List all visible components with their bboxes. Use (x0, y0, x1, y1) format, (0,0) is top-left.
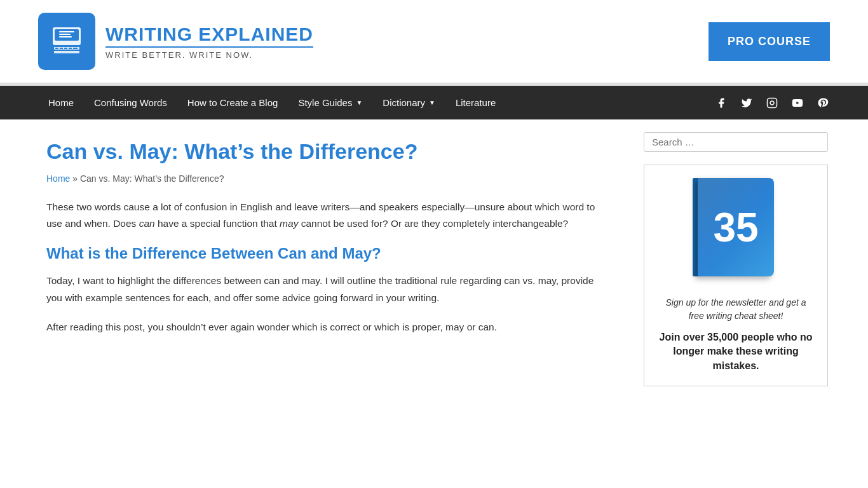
section1-p1: Today, I want to highlight the differenc… (46, 273, 606, 306)
dictionary-arrow: ▼ (429, 99, 435, 106)
svg-rect-12 (768, 98, 777, 107)
main-content: Can vs. May: What’s the Difference? Home… (40, 119, 625, 399)
sidebar: 35 Sign up for the newsletter and get a … (644, 119, 828, 399)
svg-rect-11 (73, 48, 78, 49)
nav-item-confusing-words[interactable]: Confusing Words (84, 86, 177, 119)
nav-item-style-guides[interactable]: Style Guides ▼ (288, 86, 372, 119)
page-wrapper: Can vs. May: What’s the Difference? Home… (21, 119, 847, 399)
svg-rect-4 (59, 36, 72, 37)
breadcrumb-current: Can vs. May: What’s the Difference? (80, 173, 224, 184)
breadcrumb-home-link[interactable]: Home (46, 173, 70, 184)
style-guides-arrow: ▼ (356, 99, 362, 106)
pro-course-button[interactable]: PRO COURSE (709, 22, 830, 61)
search-box[interactable] (644, 132, 828, 152)
book-ad[interactable]: 35 Sign up for the newsletter and get a … (644, 165, 828, 386)
svg-rect-6 (54, 51, 79, 53)
svg-rect-3 (59, 34, 71, 35)
svg-rect-9 (64, 48, 67, 49)
nav-item-home[interactable]: Home (38, 86, 84, 119)
article-body: These two words cause a lot of confusion… (46, 199, 606, 336)
nav-item-dictionary[interactable]: Dictionary ▼ (372, 86, 445, 119)
section1-p2: After reading this post, you shouldn’t e… (46, 319, 606, 336)
nav-item-literature[interactable]: Literature (445, 86, 506, 119)
nav-item-how-to-create-blog[interactable]: How to Create a Blog (177, 86, 288, 119)
youtube-icon[interactable] (790, 96, 804, 110)
section1-title: What is the Difference Between Can and M… (46, 245, 606, 262)
nav-left: Home Confusing Words How to Create a Blo… (38, 86, 506, 119)
instagram-icon[interactable] (765, 96, 779, 110)
breadcrumb: Home » Can vs. May: What’s the Differenc… (46, 173, 606, 184)
article-intro: These two words cause a lot of confusion… (46, 199, 606, 233)
twitter-icon[interactable] (740, 96, 754, 110)
site-tagline: WRITE BETTER. WRITE NOW. (105, 50, 313, 60)
svg-rect-7 (55, 48, 58, 49)
logo-text: WRITING EXPLAINED WRITE BETTER. WRITE NO… (105, 24, 313, 60)
may-italic: may (280, 218, 298, 229)
site-title[interactable]: WRITING EXPLAINED (105, 24, 313, 48)
logo-area: WRITING EXPLAINED WRITE BETTER. WRITE NO… (38, 13, 313, 70)
site-logo-icon (38, 13, 95, 70)
ad-join-text: Join over 35,000 people who no longer ma… (657, 330, 815, 373)
can-italic: can (139, 218, 155, 229)
pinterest-icon[interactable] (816, 96, 830, 110)
svg-rect-8 (60, 48, 63, 49)
book-body: 35 (698, 178, 774, 276)
main-nav: Home Confusing Words How to Create a Blo… (0, 86, 868, 119)
breadcrumb-separator: » (72, 173, 80, 184)
nav-social (714, 96, 830, 110)
svg-rect-2 (59, 31, 74, 32)
site-header: WRITING EXPLAINED WRITE BETTER. WRITE NO… (0, 0, 868, 84)
svg-rect-10 (69, 48, 72, 49)
book-image: 35 (691, 178, 780, 286)
search-input[interactable] (652, 137, 820, 147)
book-highlight (698, 178, 774, 276)
facebook-icon[interactable] (714, 96, 728, 110)
article-title: Can vs. May: What’s the Difference? (46, 139, 606, 165)
ad-signup-text: Sign up for the newsletter and get a fre… (657, 296, 815, 323)
